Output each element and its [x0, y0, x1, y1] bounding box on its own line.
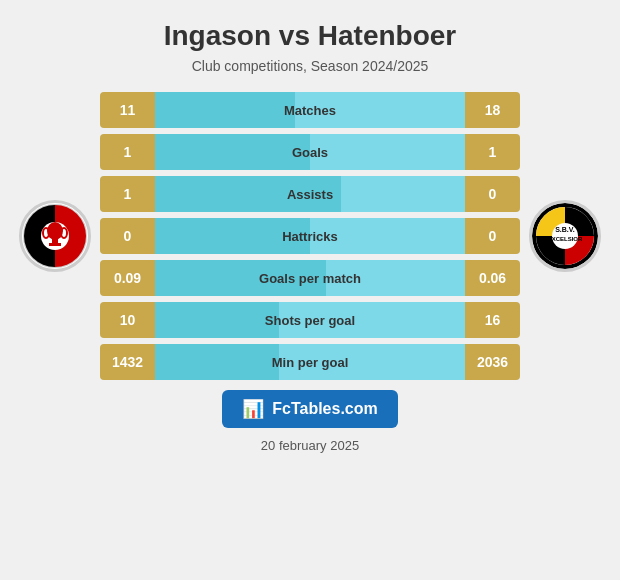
stat-row: 10 Shots per goal 16	[100, 302, 520, 338]
stat-label: Matches	[284, 103, 336, 118]
stat-left-value: 1432	[100, 344, 155, 380]
stats-list: 11 Matches 18 1 Goals 1 1 Assists 0 0	[100, 92, 520, 380]
stat-label: Assists	[287, 187, 333, 202]
stat-right-value: 2036	[465, 344, 520, 380]
chart-icon: 📊	[242, 398, 264, 420]
fctables-badge: 📊 FcTables.com	[222, 390, 398, 428]
stat-right-value: 18	[465, 92, 520, 128]
stat-left-value: 11	[100, 92, 155, 128]
stat-bar: Assists	[155, 176, 465, 212]
stat-label: Min per goal	[272, 355, 349, 370]
fctables-text: FcTables.com	[272, 400, 378, 418]
stat-row: 1 Goals 1	[100, 134, 520, 170]
svg-rect-4	[49, 243, 61, 246]
stat-left-value: 0.09	[100, 260, 155, 296]
stat-bar: Min per goal	[155, 344, 465, 380]
stat-bar: Goals per match	[155, 260, 465, 296]
right-team-logo: S.B.V. EXCELSIOR	[520, 200, 610, 272]
stat-bar: Matches	[155, 92, 465, 128]
stat-label: Hattricks	[282, 229, 338, 244]
stat-right-value: 0	[465, 176, 520, 212]
stat-left-value: 1	[100, 134, 155, 170]
left-team-logo	[10, 200, 100, 272]
stat-right-value: 0	[465, 218, 520, 254]
comparison-section: 11 Matches 18 1 Goals 1 1 Assists 0 0	[10, 92, 610, 380]
footer-date: 20 february 2025	[261, 438, 359, 453]
stat-row: 1432 Min per goal 2036	[100, 344, 520, 380]
stat-label: Goals	[292, 145, 328, 160]
stat-row: 0.09 Goals per match 0.06	[100, 260, 520, 296]
match-title: Ingason vs Hatenboer	[164, 20, 457, 52]
stat-left-value: 1	[100, 176, 155, 212]
stat-left-value: 10	[100, 302, 155, 338]
stat-label: Goals per match	[259, 271, 361, 286]
stat-row: 1 Assists 0	[100, 176, 520, 212]
svg-text:S.B.V.: S.B.V.	[555, 226, 575, 233]
svg-text:EXCELSIOR: EXCELSIOR	[548, 236, 583, 242]
stat-right-value: 1	[465, 134, 520, 170]
stat-left-value: 0	[100, 218, 155, 254]
stat-right-value: 0.06	[465, 260, 520, 296]
stat-bar: Goals	[155, 134, 465, 170]
stat-row: 11 Matches 18	[100, 92, 520, 128]
match-subtitle: Club competitions, Season 2024/2025	[192, 58, 429, 74]
stat-bar: Hattricks	[155, 218, 465, 254]
stat-label: Shots per goal	[265, 313, 355, 328]
stat-right-value: 16	[465, 302, 520, 338]
stat-bar: Shots per goal	[155, 302, 465, 338]
stat-row: 0 Hattricks 0	[100, 218, 520, 254]
